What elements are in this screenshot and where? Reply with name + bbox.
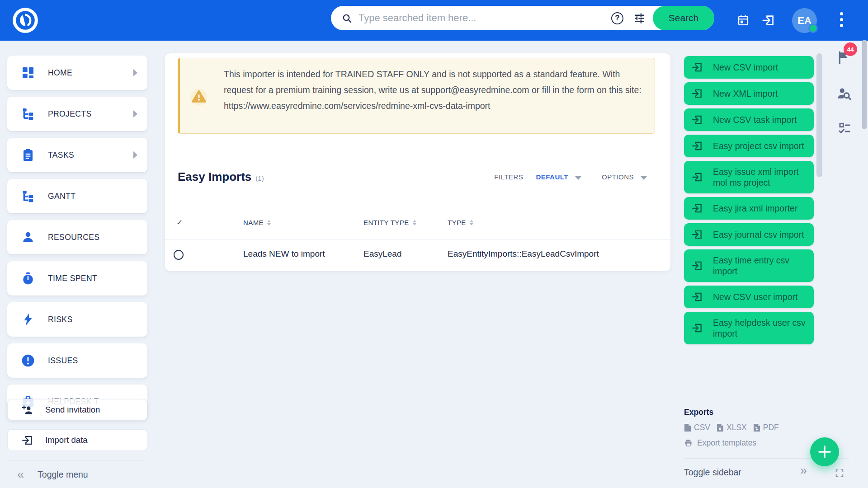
printer-icon <box>684 439 693 447</box>
plus-icon <box>817 445 832 459</box>
import-data-button[interactable]: Import data <box>7 429 147 451</box>
chevron-right-icon <box>133 110 137 117</box>
new-csv-task-import-button[interactable]: New CSV task import <box>684 108 814 131</box>
import-icon <box>691 114 703 126</box>
fullscreen-icon[interactable] <box>835 468 844 478</box>
chevron-right-icon <box>133 69 137 76</box>
online-status-dot <box>808 23 818 33</box>
export-pdf-link[interactable]: PDF <box>753 423 779 432</box>
file-icon <box>717 423 724 432</box>
import-icon <box>691 88 703 99</box>
cell-name[interactable]: Leads NEW to import <box>243 249 325 259</box>
search-button[interactable]: Search <box>653 6 714 30</box>
easy-redmine-logo-icon[interactable] <box>11 6 40 35</box>
sidebar-item-resources[interactable]: RESOURCES <box>7 220 147 254</box>
stopwatch-icon <box>21 271 35 286</box>
search-filters-icon[interactable] <box>633 12 646 24</box>
sidebar-item-home[interactable]: HOME <box>7 56 147 90</box>
filters-label[interactable]: FILTERS <box>494 173 523 181</box>
file-icon <box>684 423 691 432</box>
project-tree-icon <box>21 107 35 121</box>
easy-journal-csv-import-button[interactable]: Easy journal csv import <box>684 223 814 246</box>
new-csv-user-import-button[interactable]: New CSV user import <box>684 286 814 308</box>
new-xml-import-button[interactable]: New XML import <box>684 82 814 105</box>
sidebar-item-tasks[interactable]: TASKS <box>7 138 147 172</box>
clipboard-icon <box>21 148 35 162</box>
easy-issue-xml-import-button[interactable]: Easy issue xml import mol ms project <box>684 161 814 193</box>
easy-helpdesk-user-csv-import-button[interactable]: Easy helpdesk user csv import <box>684 312 814 344</box>
sidebar-item-label: RISKS <box>48 315 73 324</box>
send-invitation-button[interactable]: Send invitation <box>7 399 147 421</box>
import-export-icon[interactable] <box>761 0 775 41</box>
app-window: ? Search EA <box>0 0 868 488</box>
import-data-label: Import data <box>45 435 88 445</box>
warning-text: This importer is intended for TRAINED ST… <box>224 66 648 114</box>
person-icon <box>21 230 35 244</box>
export-csv-link[interactable]: CSV <box>684 423 710 432</box>
sidebar-item-label: RESOURCES <box>48 233 99 242</box>
dashboard-icon <box>21 66 35 80</box>
file-icon <box>753 423 760 432</box>
sidebar-item-issues[interactable]: ISSUES <box>7 343 147 378</box>
sidebar-scrollbar[interactable] <box>816 53 822 177</box>
export-xlsx-link[interactable]: XLSX <box>717 423 747 432</box>
top-bar: ? Search EA <box>0 0 868 41</box>
lightning-bolt-icon <box>21 312 35 327</box>
table-row[interactable]: Leads NEW to import EasyLead EasyEntityI… <box>165 239 670 271</box>
add-button[interactable] <box>810 437 839 466</box>
sidebar-item-label: HOME <box>48 68 72 78</box>
double-chevron-right-icon[interactable]: » <box>800 464 807 478</box>
import-icon <box>21 434 33 446</box>
import-icon <box>691 260 703 272</box>
user-search-icon[interactable] <box>836 86 852 101</box>
caret-down-icon[interactable] <box>575 176 582 180</box>
record-count: (1) <box>255 174 264 182</box>
sidebar-item-label: GANTT <box>48 192 75 201</box>
toggle-menu-button[interactable]: « Toggle menu <box>17 466 88 483</box>
caret-down-icon[interactable] <box>640 176 647 180</box>
import-icon <box>691 229 703 240</box>
column-header-entity-type[interactable]: ENTITY TYPE <box>363 219 417 226</box>
sort-icon[interactable] <box>412 220 417 226</box>
export-templates-link[interactable]: Export templates <box>684 438 756 448</box>
easy-time-entry-csv-import-button[interactable]: Easy time entry csv import <box>684 249 814 282</box>
row-checkbox[interactable] <box>174 250 184 260</box>
import-icon <box>691 322 703 334</box>
sidebar-item-projects[interactable]: PROJECTS <box>7 97 147 131</box>
import-icon <box>691 171 703 183</box>
export-formats: CSV XLSX PDF <box>684 423 779 432</box>
column-header-name[interactable]: NAME <box>243 219 271 226</box>
page-title: Easy Imports <box>178 170 251 184</box>
more-menu-icon[interactable] <box>840 12 844 27</box>
chevron-right-icon <box>133 151 137 159</box>
calendar-icon[interactable] <box>737 0 750 41</box>
easy-jira-xml-importer-button[interactable]: Easy jira xml importer <box>684 197 814 220</box>
new-csv-import-button[interactable]: New CSV import <box>684 56 814 79</box>
sort-icon[interactable] <box>469 220 474 226</box>
sidebar-item-label: TIME SPENT <box>48 274 97 283</box>
main-content-panel: This importer is intended for TRAINED ST… <box>165 53 670 271</box>
filters-default-dropdown[interactable]: DEFAULT <box>536 173 568 181</box>
search-input[interactable] <box>359 12 594 24</box>
sort-icon[interactable] <box>267 220 271 226</box>
checklist-icon[interactable] <box>837 121 852 136</box>
double-chevron-left-icon: « <box>17 469 24 481</box>
search-icon <box>342 13 352 23</box>
search-help-icon[interactable]: ? <box>611 12 623 24</box>
sidebar-item-risks[interactable]: RISKS <box>7 302 147 337</box>
import-icon <box>691 61 703 73</box>
sidebar-item-label: PROJECTS <box>48 109 92 119</box>
toggle-menu-label: Toggle menu <box>38 469 88 480</box>
sidebar-item-gantt[interactable]: GANTT <box>7 179 147 213</box>
toggle-sidebar-button[interactable]: Toggle sidebar <box>684 467 741 478</box>
select-all-check[interactable]: ✓ <box>176 218 183 227</box>
page-scrollbar[interactable] <box>862 40 867 129</box>
sidebar-item-time-spent[interactable]: TIME SPENT <box>7 261 147 296</box>
column-header-type[interactable]: TYPE <box>448 219 474 226</box>
exclamation-circle-icon <box>21 353 35 368</box>
easy-project-csv-import-button[interactable]: Easy project csv import <box>684 135 814 157</box>
global-search-bar: ? Search <box>331 6 714 30</box>
sidebar-item-label: TASKS <box>48 150 74 160</box>
right-sidebar-actions: New CSV import New XML import New CSV ta… <box>684 56 814 344</box>
options-dropdown[interactable]: OPTIONS <box>602 173 634 181</box>
